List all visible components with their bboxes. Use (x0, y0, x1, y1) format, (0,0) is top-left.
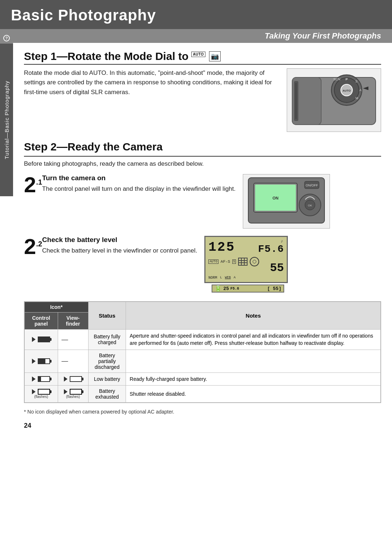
battery-arrow-icon (32, 337, 36, 342)
status-cell-2: Battery partiallydischarged (88, 350, 126, 372)
battery-arrow-icon-4 (32, 389, 36, 394)
lcd-sub-battery: 🔋 (215, 285, 222, 292)
lcd-af-mode: AF-S (221, 259, 230, 264)
th-notes: Notes (126, 302, 381, 330)
viewfinder-dash-1: — (58, 330, 88, 350)
svg-text:P: P (346, 77, 348, 81)
step2-divider (24, 156, 381, 157)
lcd-norm-label: NORM (208, 276, 217, 280)
battery-icon-cell-4: (flashes) (25, 385, 58, 402)
substep-2-1-text-area: Turn the camera on The control panel wil… (42, 174, 236, 194)
substep-2-1-content: Turn the camera on The control panel wil… (42, 174, 381, 229)
substep-2-2-with-img: Check the battery level Check the batter… (42, 236, 381, 293)
battery-icon-empty-row (28, 389, 54, 395)
flashes-label-control: (flashes) (28, 395, 54, 399)
viewfinder-icon-3 (58, 372, 88, 385)
flashes-label-viewfinder: (flashes) (62, 395, 85, 399)
svg-text:OK: OK (308, 204, 312, 207)
substep-2-2: 2.2 Check the battery level Check the ba… (24, 236, 381, 293)
battery-icon-low-row (28, 376, 54, 382)
svg-text:SCN: SCN (333, 77, 340, 81)
battery-table: Icon* Status Notes Control panel View-fi… (24, 302, 381, 403)
lcd-auto-badge: AUTO (208, 259, 219, 264)
battery-arrow-icon-vf-3 (64, 376, 68, 382)
substep-2-1: 2.1 Turn the camera on The control panel… (24, 174, 381, 229)
substep-2-1-with-img: Turn the camera on The control panel wil… (42, 174, 381, 229)
page-number: 24 (24, 422, 381, 430)
lcd-top-row: 125 F5.6 (208, 240, 284, 255)
camera-dial-image: P S A M SCN AUTO (287, 68, 381, 132)
battery-low-icon (38, 376, 50, 382)
lcd-l-label: L (220, 276, 222, 280)
battery-icon-cell-2 (25, 350, 58, 372)
notes-cell-4: Shutter release disabled. (126, 385, 381, 402)
notes-cell-1: Aperture and shutter-speed indicators in… (126, 330, 381, 350)
substep-2-1-title: Turn the camera on (42, 174, 236, 182)
subtitle-text: Taking Your First Photographs (265, 31, 381, 40)
battery-table-container: Icon* Status Notes Control panel View-fi… (24, 301, 381, 403)
svg-rect-15 (295, 83, 297, 119)
step2-intro: Before taking photographs, ready the cam… (24, 160, 381, 168)
battery-arrow-icon-2 (32, 359, 36, 364)
battery-empty-vf-icon-2 (70, 389, 82, 395)
battery-icon-cell-1 (25, 330, 58, 350)
svg-text:S: S (355, 80, 358, 83)
table-row: (flashes) (flashes) Batteryexhausted Shu… (25, 385, 381, 402)
side-tab: Tutorial—Basic Photography (0, 44, 13, 196)
battery-full-icon (38, 337, 50, 342)
th-icon: Icon* (25, 302, 89, 313)
lcd-sub-shutter: 25 (223, 286, 229, 291)
tutorial-icon: ? (0, 33, 13, 44)
viewfinder-dash-2: — (58, 350, 88, 372)
battery-partial-icon (38, 358, 50, 364)
substep-2-1-image: ON/OFF OK ON (243, 174, 330, 229)
table-header-row-1: Icon* Status Notes (25, 302, 381, 313)
main-content: Step 1—Rotate the Mode Dial to AUTO 📷 Ro… (13, 43, 392, 440)
lcd-aperture: F5.6 (258, 243, 284, 255)
lcd-sub-bracket: [ 55] (267, 286, 281, 291)
table-row: — Battery partiallydischarged (25, 350, 381, 372)
svg-text:M: M (355, 96, 358, 100)
page-title: Basic Photography (11, 7, 156, 24)
lcd-shots-num: 55 (270, 261, 284, 275)
subtitle-bar: Taking Your First Photographs (0, 29, 392, 43)
battery-arrow-icon-3 (32, 376, 36, 382)
step1-image-area: P S A M SCN AUTO (287, 68, 381, 132)
lcd-s-badge: S (232, 259, 236, 264)
th-control: Control panel (25, 313, 58, 330)
svg-text:AUTO: AUTO (343, 89, 351, 92)
svg-text:ON: ON (273, 196, 279, 200)
notes-cell-2 (126, 350, 381, 372)
lcd-metering-inner (253, 260, 256, 263)
status-cell-4: Batteryexhausted (88, 385, 126, 402)
substep-2-2-title: Check the battery level (42, 236, 197, 244)
viewfinder-empty-row (62, 389, 85, 395)
lcd-web-label: WEB (225, 276, 231, 280)
battery-exhausted-icon (38, 389, 50, 395)
substep-2-2-body: Check the battery level in the viewfinde… (42, 246, 197, 255)
viewfinder-icon-4: (flashes) (58, 385, 88, 402)
battery-icon-cell-3 (25, 372, 58, 385)
step1-text: Rotate the mode dial to AUTO. In this au… (24, 68, 279, 97)
lcd-metering-icon (250, 257, 259, 266)
lcd-display-container: ♪ 125 F5.6 AUTO AF-S S (204, 236, 291, 293)
substep-2-1-body: The control panel will turn on and the d… (42, 184, 236, 194)
notes-cell-3: Ready fully-charged spare battery. (126, 372, 381, 385)
footnote: * No icon displayed when camera powered … (24, 409, 381, 415)
lcd-main-panel: ♪ 125 F5.6 AUTO AF-S S (204, 236, 288, 283)
substep-2-2-image: ♪ 125 F5.6 AUTO AF-S S (204, 236, 291, 293)
svg-text:ON/OFF: ON/OFF (306, 184, 318, 187)
lcd-shutter-num: 125 (208, 240, 235, 255)
battery-empty-vf-icon (70, 376, 82, 382)
step1-heading: Step 1—Rotate the Mode Dial to AUTO 📷 (24, 50, 381, 65)
battery-arrow-icon-vf-4 (64, 389, 68, 394)
header: Basic Photography (0, 0, 392, 29)
th-status: Status (88, 302, 126, 330)
viewfinder-low-row (62, 376, 85, 382)
svg-text:?: ? (5, 36, 8, 40)
step2-heading: Step 2—Ready the Camera (24, 141, 381, 153)
lcd-sub-panel: 🔋 25 F5.6 [ 55] (212, 285, 284, 293)
battery-icon-partial-row (28, 358, 54, 364)
substep-2-1-num: 2.1 (24, 174, 42, 196)
status-cell-1: Battery fullycharged (88, 330, 126, 350)
